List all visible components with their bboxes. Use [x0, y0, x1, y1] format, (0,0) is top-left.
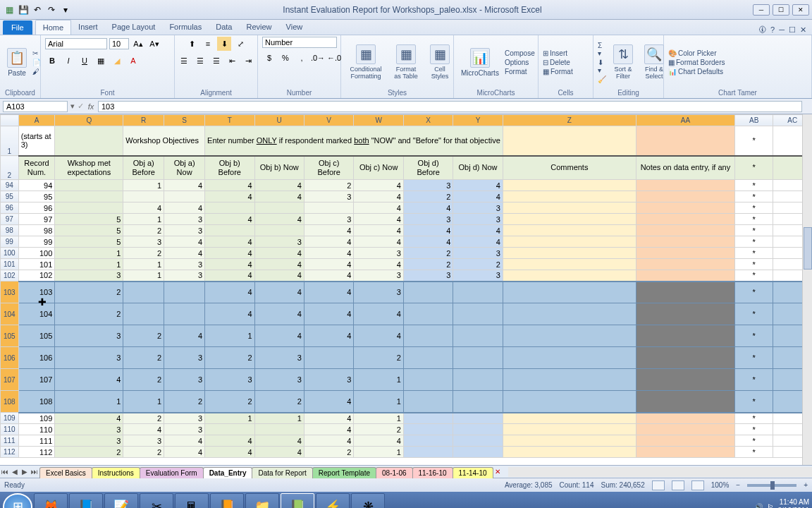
cell-T110[interactable] — [205, 424, 254, 435]
cell-Z95[interactable] — [503, 191, 636, 202]
restore-workbook-button[interactable]: ☐ — [789, 25, 796, 35]
cell-W107[interactable]: 1 — [354, 369, 403, 391]
cell-X99[interactable]: 4 — [403, 236, 453, 248]
cell-R105[interactable]: 2 — [123, 325, 164, 347]
cell-T97[interactable]: 4 — [205, 214, 254, 225]
indent-inc-icon[interactable]: ⇥ — [242, 54, 256, 68]
cell-Q110[interactable]: 3 — [55, 424, 123, 435]
cell-X95[interactable]: 2 — [403, 191, 453, 202]
cell-U97[interactable]: 4 — [254, 214, 304, 225]
mc-format-button[interactable]: Format — [505, 68, 535, 75]
col-header-S[interactable]: S — [164, 115, 205, 126]
cell-AA112[interactable] — [636, 447, 734, 458]
cell-U102[interactable]: 4 — [254, 270, 304, 282]
cell-V98[interactable]: 4 — [304, 225, 353, 236]
cell-AA107[interactable] — [636, 369, 734, 391]
header-w[interactable]: Obj c) Now — [354, 156, 403, 180]
ribbon-tab-home[interactable]: Home — [35, 20, 71, 35]
insert-cells-button[interactable]: Insert — [550, 49, 567, 57]
cell-AA98[interactable] — [636, 225, 734, 236]
row-header-102[interactable]: 102 — [1, 270, 19, 282]
cell-V95[interactable]: 3 — [304, 191, 353, 202]
cell-U109[interactable]: 1 — [254, 413, 304, 424]
cell-Z109[interactable] — [503, 413, 636, 424]
row-112[interactable]: 1121122244421* — [1, 447, 812, 458]
row-111[interactable]: 1111113344444* — [1, 435, 812, 447]
row-98[interactable]: 98985234444* — [1, 225, 812, 236]
zoom-slider[interactable] — [747, 484, 796, 487]
row-97[interactable]: 9797513443433* — [1, 214, 812, 225]
cell-A111[interactable]: 111 — [18, 435, 55, 447]
cell-R100[interactable]: 2 — [123, 248, 164, 259]
cell-V106[interactable] — [304, 347, 353, 369]
cell-Z102[interactable] — [503, 270, 636, 282]
col-header-V[interactable]: V — [304, 115, 353, 126]
cell-R1[interactable]: Workshop Objectives — [123, 126, 205, 156]
cell-V99[interactable]: 4 — [304, 236, 353, 248]
cell-T111[interactable]: 4 — [205, 435, 254, 447]
cell-AA105[interactable] — [636, 325, 734, 347]
cell-A105[interactable]: 105 — [18, 325, 55, 347]
row-header-104[interactable]: 104 — [1, 303, 19, 325]
cell-AA104[interactable] — [636, 303, 734, 325]
cell-S104[interactable] — [164, 303, 205, 325]
align-middle-icon[interactable]: ≡ — [201, 37, 215, 51]
col-header-U[interactable]: U — [254, 115, 304, 126]
cell-W100[interactable]: 3 — [354, 248, 403, 259]
cell-V105[interactable]: 4 — [304, 325, 353, 347]
cell-X100[interactable]: 2 — [403, 248, 453, 259]
zoom-in-icon[interactable]: + — [804, 481, 808, 489]
cell-AA110[interactable] — [636, 424, 734, 435]
cell-AB94[interactable]: * — [734, 180, 773, 191]
row-105[interactable]: 1051053241444* — [1, 325, 812, 347]
sheet-tab-data-for-report[interactable]: Data for Report — [252, 467, 312, 478]
header-u[interactable]: Obj b) Now — [254, 156, 304, 180]
col-header-W[interactable]: W — [354, 115, 403, 126]
cell-AB106[interactable]: * — [734, 347, 773, 369]
cell-A94[interactable]: 94 — [18, 180, 55, 191]
formula-input[interactable] — [98, 101, 802, 112]
cell-X94[interactable]: 3 — [403, 180, 453, 191]
cell-S101[interactable]: 3 — [164, 259, 205, 270]
inc-decimal-icon[interactable]: .0→ — [311, 51, 325, 65]
cell-AB107[interactable]: * — [734, 369, 773, 391]
cell-A98[interactable]: 98 — [18, 225, 55, 236]
cell-Q102[interactable]: 3 — [55, 270, 123, 282]
cell-V96[interactable] — [304, 202, 353, 214]
cell-AA97[interactable] — [636, 214, 734, 225]
cell-R98[interactable]: 2 — [123, 225, 164, 236]
currency-icon[interactable]: $ — [262, 51, 276, 65]
cell-S94[interactable]: 4 — [164, 180, 205, 191]
cell-S111[interactable]: 4 — [164, 435, 205, 447]
header-y[interactable]: Obj d) Now — [453, 156, 503, 180]
cell-T1[interactable]: Enter number ONLY if respondent marked b… — [205, 126, 503, 156]
cell-T104[interactable]: 4 — [205, 303, 254, 325]
cell-V104[interactable]: 4 — [304, 303, 353, 325]
name-box[interactable] — [3, 101, 68, 112]
zoom-out-icon[interactable]: − — [736, 481, 740, 489]
redo-icon[interactable]: ↷ — [45, 4, 58, 16]
header-s[interactable]: Obj a) Now — [164, 156, 205, 180]
cell-AA102[interactable] — [636, 270, 734, 282]
row-header-112[interactable]: 112 — [1, 447, 19, 458]
cell-Z106[interactable] — [503, 347, 636, 369]
cell-Z98[interactable] — [503, 225, 636, 236]
cell-Y107[interactable] — [453, 369, 503, 391]
min-ribbon-button[interactable]: ─ — [779, 25, 785, 35]
cell-T99[interactable]: 4 — [205, 236, 254, 248]
cell-W106[interactable]: 2 — [354, 347, 403, 369]
taskbar-snip-icon[interactable]: ✂ — [140, 493, 173, 508]
cell-Y94[interactable]: 4 — [453, 180, 503, 191]
row-99[interactable]: 9999534434444* — [1, 236, 812, 248]
row-header-105[interactable]: 105 — [1, 325, 19, 347]
row-95[interactable]: 9595443424* — [1, 191, 812, 202]
cell-AA100[interactable] — [636, 248, 734, 259]
cell-Z103[interactable] — [503, 282, 636, 303]
cell-T94[interactable]: 4 — [205, 180, 254, 191]
row-header-94[interactable]: 94 — [1, 180, 19, 191]
cell-AA101[interactable] — [636, 259, 734, 270]
font-size-select[interactable] — [109, 38, 129, 49]
cell-W104[interactable]: 4 — [354, 303, 403, 325]
cell-R111[interactable]: 3 — [123, 435, 164, 447]
cell-T108[interactable]: 2 — [205, 391, 254, 413]
